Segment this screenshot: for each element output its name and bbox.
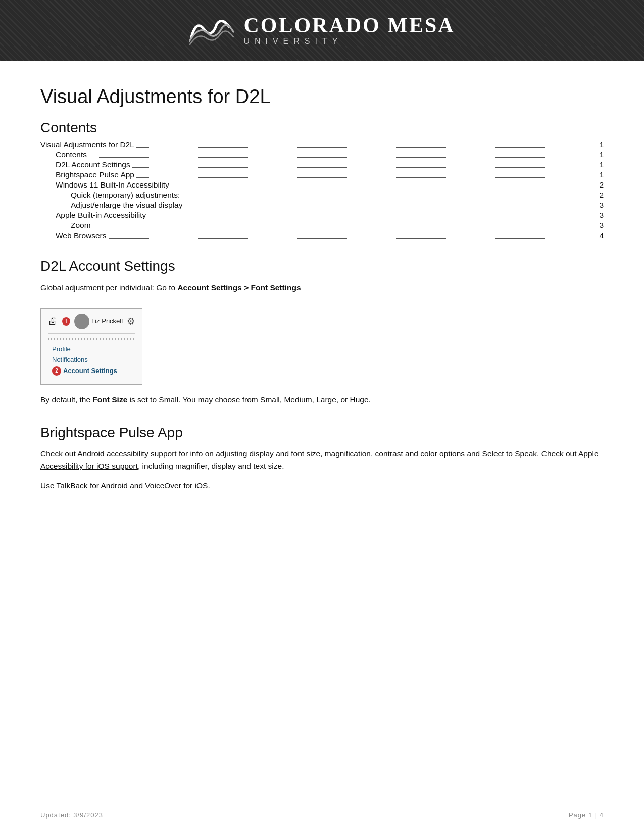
contents-heading: Contents	[40, 120, 604, 136]
screenshot-topbar: 🖨 1 Liz Prickell ⚙	[48, 314, 135, 334]
header-banner: COLORADO MESA UNIVERSITY	[0, 0, 644, 61]
menu-badge: 2	[52, 366, 61, 376]
toc-item-2: Contents 1	[40, 150, 604, 159]
screenshot-menu: Profile Notifications 2 Account Settings	[48, 342, 135, 379]
logo-wave-icon	[189, 14, 234, 47]
logo-main-text: COLORADO MESA	[243, 15, 455, 36]
footer-page: Page 1 | 4	[569, 811, 604, 819]
main-content: Visual Adjustments for D2L Contents Visu…	[0, 61, 644, 530]
logo-text: COLORADO MESA UNIVERSITY	[243, 15, 455, 46]
toc-item-9: Zoom 3	[40, 221, 604, 230]
d2l-body-text: By default, the Font Size is set to Smal…	[40, 394, 604, 406]
table-of-contents: Visual Adjustments for D2L 1 Contents 1 …	[40, 140, 604, 240]
toc-item-8: Apple Built-in Accessibility 3	[40, 211, 604, 220]
android-accessibility-link[interactable]: Android accessibility support	[77, 449, 176, 458]
screenshot-divider	[48, 338, 135, 340]
avatar: Liz Prickell	[74, 314, 123, 329]
d2l-section-heading: D2L Account Settings	[40, 258, 604, 274]
print-icon: 🖨	[48, 316, 57, 327]
brightspace-body-2: Use TalkBack for Android and VoiceOver f…	[40, 480, 604, 492]
logo-area: COLORADO MESA UNIVERSITY	[189, 14, 455, 47]
d2l-screenshot: 🖨 1 Liz Prickell ⚙ Profile Notifications…	[40, 308, 142, 385]
page-footer: Updated: 3/9/2023 Page 1 | 4	[40, 811, 604, 819]
footer-updated: Updated: 3/9/2023	[40, 811, 103, 819]
brightspace-body-1: Check out Android accessibility support …	[40, 448, 604, 473]
toc-item-5: Windows 11 Built-In Accessibility 2	[40, 180, 604, 190]
toc-item-6: Quick (temporary) adjustments: 2	[40, 191, 604, 200]
gear-icon: ⚙	[127, 316, 135, 327]
menu-account-settings-row[interactable]: 2 Account Settings	[48, 365, 135, 377]
brightspace-section-heading: Brightspace Pulse App	[40, 425, 604, 441]
toc-item-3: D2L Account Settings 1	[40, 160, 604, 169]
toc-item-1: Visual Adjustments for D2L 1	[40, 140, 604, 149]
font-size-label: Font Size	[92, 395, 127, 404]
d2l-instruction: Global adjustment per individual: Go to …	[40, 282, 604, 294]
menu-account-settings[interactable]: Account Settings	[63, 367, 117, 375]
toc-item-4: Brightspace Pulse App 1	[40, 170, 604, 179]
toc-item-7: Adjust/enlarge the visual display 3	[40, 201, 604, 210]
logo-sub-text: UNIVERSITY	[243, 37, 342, 46]
toc-item-10: Web Browsers 4	[40, 231, 604, 240]
menu-notifications[interactable]: Notifications	[48, 354, 135, 365]
page-title: Visual Adjustments for D2L	[40, 86, 604, 108]
notification-badge: 1	[61, 317, 70, 326]
menu-profile[interactable]: Profile	[48, 344, 135, 354]
